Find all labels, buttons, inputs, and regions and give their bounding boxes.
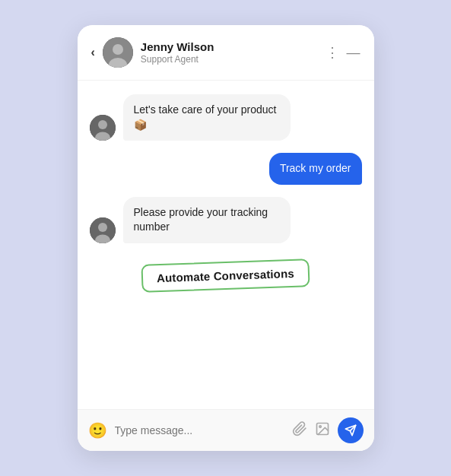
svg-point-1: [113, 44, 123, 55]
message-bubble: Track my order: [269, 153, 362, 185]
emoji-button[interactable]: 🙂: [88, 421, 107, 440]
message-row: Please provide your tracking number: [90, 197, 362, 243]
message-text: Track my order: [280, 162, 351, 174]
back-button[interactable]: ‹: [91, 46, 95, 59]
agent-avatar: [90, 217, 116, 243]
chat-header: ‹ Jenny Wilson Support Agent ⋮ —: [78, 25, 374, 81]
message-row: Let's take care of your product 📦: [90, 94, 362, 141]
agent-avatar: [90, 115, 116, 141]
svg-point-10: [319, 425, 321, 427]
message-bubble: Let's take care of your product 📦: [123, 94, 291, 141]
message-text: Let's take care of your product 📦: [134, 103, 277, 131]
chat-window: ‹ Jenny Wilson Support Agent ⋮ —: [78, 25, 374, 451]
svg-point-7: [98, 223, 107, 232]
message-text: Please provide your tracking number: [134, 206, 268, 233]
svg-point-4: [98, 120, 107, 129]
messages-area: Let's take care of your product 📦 Track …: [78, 81, 374, 409]
message-row: Track my order: [90, 153, 362, 185]
more-options-button[interactable]: ⋮: [326, 44, 339, 61]
minimize-button[interactable]: —: [347, 45, 360, 61]
attachment-button[interactable]: [292, 421, 307, 440]
message-bubble: Please provide your tracking number: [123, 197, 291, 243]
avatar: [103, 37, 133, 68]
header-info: Jenny Wilson Support Agent: [141, 40, 326, 65]
agent-role: Support Agent: [141, 54, 326, 65]
automate-badge-row: Automate Conversations: [90, 262, 362, 290]
header-actions: ⋮ —: [326, 44, 360, 61]
automate-conversations-badge[interactable]: Automate Conversations: [141, 259, 310, 293]
message-input[interactable]: [115, 424, 284, 436]
agent-name: Jenny Wilson: [141, 40, 326, 53]
input-area: 🙂: [78, 409, 374, 451]
automate-badge-label: Automate Conversations: [157, 267, 294, 284]
media-button[interactable]: [315, 421, 330, 440]
send-button[interactable]: [338, 417, 364, 443]
